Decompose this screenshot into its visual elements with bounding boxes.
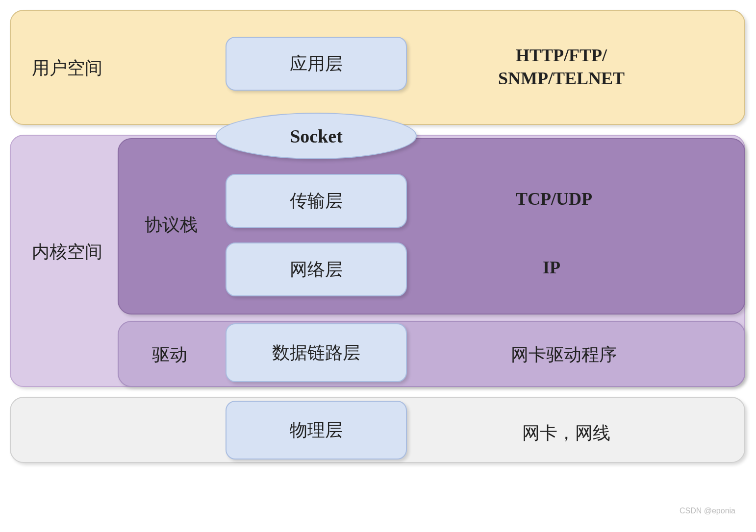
application-protocols-label: HTTP/FTP/ SNMP/TELNET <box>463 44 659 90</box>
driver-label: 驱动 <box>152 343 187 367</box>
socket-box: Socket <box>216 113 417 159</box>
network-layer-box: 网络层 <box>226 242 407 296</box>
watermark: CSDN @eponia <box>680 507 735 515</box>
protocol-stack-label: 协议栈 <box>145 213 198 237</box>
network-stack-diagram: 应用层 传输层 网络层 数据链路层 物理层 Socket 用户空间 内核空间 协… <box>10 10 745 519</box>
application-layer-box: 应用层 <box>226 37 407 91</box>
protocol-stack-box <box>118 138 745 314</box>
user-space-label: 用户空间 <box>32 56 102 80</box>
datalink-protocols-label: 网卡驱动程序 <box>466 343 662 367</box>
physical-protocols-label: 网卡，网线 <box>480 421 652 445</box>
physical-layer-box: 物理层 <box>226 401 407 459</box>
kernel-space-label: 内核空间 <box>32 240 102 264</box>
network-protocols-label: IP <box>532 257 571 278</box>
datalink-layer-box: 数据链路层 <box>226 323 407 382</box>
transport-protocols-label: TCP/UDP <box>490 189 618 209</box>
transport-layer-box: 传输层 <box>226 174 407 228</box>
